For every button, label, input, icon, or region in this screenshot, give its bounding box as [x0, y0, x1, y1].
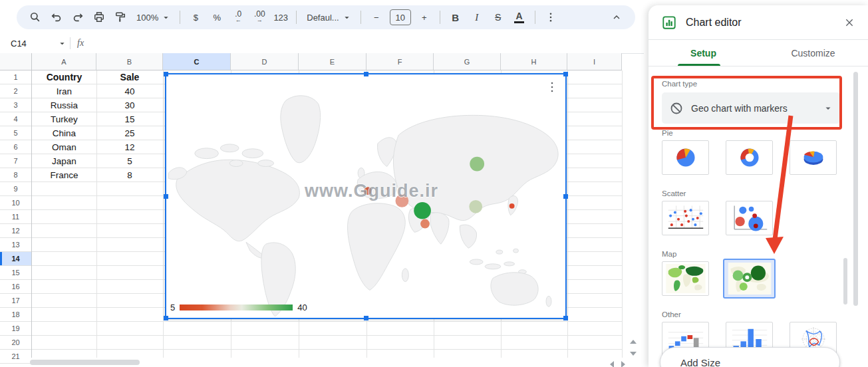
increase-decimal-button[interactable]: .00→	[251, 9, 267, 26]
horizontal-scrollbar[interactable]	[30, 360, 140, 365]
row-header-20[interactable]: 20	[0, 336, 31, 350]
select-all-corner[interactable]	[0, 53, 32, 70]
chart-thumb-pie-3d[interactable]	[790, 140, 837, 175]
undo-icon[interactable]	[49, 9, 65, 26]
cell-B2[interactable]: 40	[96, 84, 163, 98]
marker-iran[interactable]	[414, 202, 431, 219]
chart-thumb-bubble[interactable]	[726, 201, 773, 235]
format-currency-button[interactable]: $	[188, 9, 204, 26]
row-header-14[interactable]: 14	[0, 252, 31, 266]
chart-thumb-geo[interactable]	[662, 261, 709, 296]
column-header-H[interactable]: H	[501, 53, 567, 70]
more-formats-button[interactable]: 123	[273, 9, 289, 26]
marker-russia[interactable]	[470, 157, 484, 172]
cell-B8[interactable]: 8	[96, 168, 163, 182]
column-header-D[interactable]: D	[231, 53, 299, 70]
text-color-button[interactable]: A	[511, 9, 527, 26]
print-icon[interactable]	[91, 9, 107, 26]
row-header-18[interactable]: 18	[0, 308, 31, 322]
column-header-A[interactable]: A	[32, 53, 96, 70]
format-percent-button[interactable]: %	[209, 9, 225, 26]
chart-resize-handle[interactable]	[563, 316, 568, 320]
row-header-13[interactable]: 13	[0, 238, 31, 252]
scroll-left-icon[interactable]	[610, 361, 614, 367]
chart-thumb-scatter[interactable]	[662, 201, 709, 235]
row-header-6[interactable]: 6	[0, 140, 31, 154]
row-header-2[interactable]: 2	[0, 84, 31, 98]
cell-B1[interactable]: Sale	[96, 70, 163, 84]
cell-A2[interactable]: Iran	[32, 84, 96, 98]
marker-japan[interactable]	[509, 203, 515, 209]
gallery-scrollbar[interactable]	[843, 258, 847, 305]
row-header-1[interactable]: 1	[0, 70, 31, 84]
decrease-decimal-button[interactable]: .0←	[230, 9, 246, 26]
scroll-up-icon[interactable]	[630, 340, 637, 344]
tab-setup[interactable]: Setup	[649, 40, 758, 66]
row-header-10[interactable]: 10	[0, 196, 31, 210]
more-options-icon[interactable]	[543, 9, 559, 26]
cell-B4[interactable]: 15	[96, 112, 163, 126]
column-header-F[interactable]: F	[366, 53, 434, 70]
chart-resize-handle[interactable]	[364, 72, 368, 76]
panel-scrollbar[interactable]	[853, 72, 858, 306]
chart-resize-handle[interactable]	[164, 72, 168, 76]
chart-resize-handle[interactable]	[364, 316, 368, 320]
chart-thumb-donut[interactable]	[726, 140, 773, 175]
row-header-21[interactable]: 21	[0, 350, 31, 364]
row-header-15[interactable]: 15	[0, 266, 31, 280]
row-header-17[interactable]: 17	[0, 294, 31, 308]
font-size-input[interactable]: 10	[390, 9, 411, 26]
cell-A5[interactable]: China	[32, 126, 96, 140]
chevron-down-icon[interactable]	[59, 40, 66, 47]
redo-icon[interactable]	[70, 9, 86, 26]
chart-resize-handle[interactable]	[164, 316, 168, 320]
column-header-I[interactable]: I	[567, 53, 622, 70]
cell-A8[interactable]: France	[32, 168, 96, 182]
italic-button[interactable]: I	[469, 9, 485, 26]
increase-font-size-button[interactable]: +	[416, 9, 432, 26]
cell-A1[interactable]: Country	[32, 70, 96, 84]
row-header-7[interactable]: 7	[0, 154, 31, 168]
row-header-11[interactable]: 11	[0, 210, 31, 224]
marker-china[interactable]	[469, 200, 482, 213]
cell-B7[interactable]: 5	[96, 154, 163, 168]
chart-resize-handle[interactable]	[563, 72, 568, 76]
column-header-C[interactable]: C	[163, 53, 231, 70]
search-icon[interactable]	[27, 9, 43, 26]
cell-B5[interactable]: 25	[96, 126, 163, 140]
row-header-16[interactable]: 16	[0, 280, 31, 294]
cell-B3[interactable]: 30	[96, 98, 163, 112]
row-header-3[interactable]: 3	[0, 98, 31, 112]
column-header-G[interactable]: G	[434, 53, 501, 70]
tab-customize[interactable]: Customize	[758, 40, 868, 66]
row-header-5[interactable]: 5	[0, 126, 31, 140]
row-header-4[interactable]: 4	[0, 112, 31, 126]
strikethrough-button[interactable]: S	[490, 9, 506, 26]
chart-resize-handle[interactable]	[563, 194, 568, 199]
chart-type-select[interactable]: Geo chart with markers	[662, 92, 840, 124]
column-header-B[interactable]: B	[96, 53, 163, 70]
chart-thumb-geo-markers[interactable]	[723, 259, 776, 299]
zoom-select[interactable]: 100%	[134, 9, 172, 26]
scroll-right-icon[interactable]	[621, 361, 625, 367]
add-size-button[interactable]: Add Size	[660, 347, 840, 367]
collapse-toolbar-icon[interactable]	[609, 9, 625, 26]
font-select[interactable]: Defaul...	[304, 9, 353, 26]
row-header-19[interactable]: 19	[0, 322, 31, 336]
paint-format-icon[interactable]	[112, 9, 128, 26]
marker-oman[interactable]	[420, 219, 430, 229]
bold-button[interactable]: B	[448, 9, 464, 26]
geo-chart[interactable]: www.Gguide.ir 5 40	[165, 73, 567, 319]
decrease-font-size-button[interactable]: −	[368, 9, 384, 26]
cell-A3[interactable]: Russia	[32, 98, 96, 112]
cell-A7[interactable]: Japan	[32, 154, 96, 168]
chart-resize-handle[interactable]	[164, 194, 168, 199]
close-icon[interactable]	[844, 17, 855, 28]
row-header-9[interactable]: 9	[0, 182, 31, 196]
chart-thumb-pie[interactable]	[662, 140, 709, 175]
column-header-E[interactable]: E	[299, 53, 366, 70]
cell-A6[interactable]: Oman	[32, 140, 96, 154]
cell-A4[interactable]: Turkey	[32, 112, 96, 126]
chart-menu-icon[interactable]	[545, 78, 559, 96]
row-header-12[interactable]: 12	[0, 224, 31, 238]
